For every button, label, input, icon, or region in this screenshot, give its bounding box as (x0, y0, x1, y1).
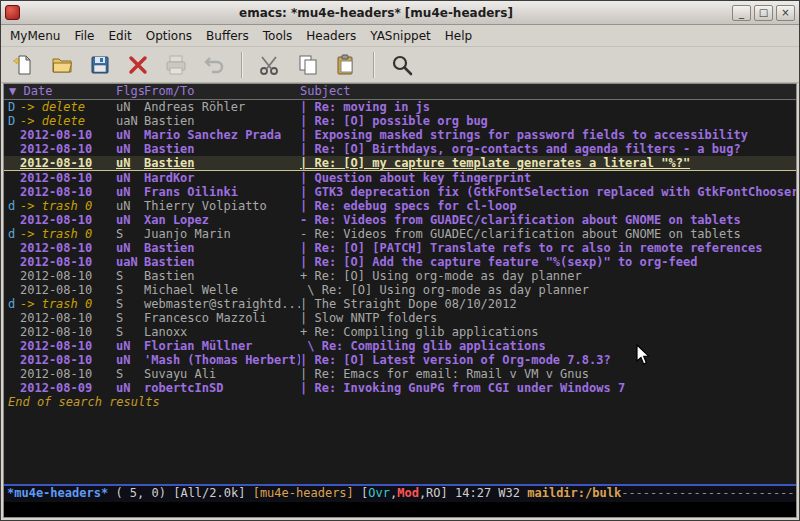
message-flags: S (114, 297, 141, 311)
message-from: Bastien (141, 114, 300, 128)
message-row[interactable]: 2012-08-10SLanoxx+ Re: Compiling glib ap… (4, 325, 796, 339)
mu4e-headers-buffer: ▼ Date Flgs From/To Subject D-> deleteuN… (3, 83, 797, 518)
message-from: Andreas Röhler (141, 100, 300, 114)
message-row[interactable]: 2012-08-09uNrobertcInSD| Re: Invoking Gn… (4, 381, 796, 395)
message-from: Frans Oilinki (141, 185, 300, 199)
message-mark (4, 367, 18, 381)
menu-edit[interactable]: Edit (102, 26, 139, 46)
minimize-button[interactable]: _ (732, 5, 751, 21)
message-from: Bastien (141, 269, 300, 283)
menu-file[interactable]: File (67, 26, 101, 46)
message-date: -> trash 0 (18, 199, 114, 213)
message-subject: | Re: moving in js (300, 100, 796, 114)
message-from: Michael Welle (141, 283, 300, 297)
modeline-segment-mode: [mu4e-headers] (253, 486, 354, 500)
message-flags: uN (114, 100, 141, 114)
message-flags: uaN (114, 114, 141, 128)
menu-buffers[interactable]: Buffers (199, 26, 256, 46)
titlebar[interactable]: emacs: *mu4e-headers* [mu4e-headers] _□× (1, 1, 799, 25)
message-from: Francesco Mazzoli (141, 311, 300, 325)
message-row[interactable]: 2012-08-10SFrancesco Mazzoli| Slow NNTP … (4, 311, 796, 325)
column-header-from[interactable]: From/To (141, 84, 300, 99)
message-flags: uN (114, 142, 141, 156)
message-row[interactable]: 2012-08-10uNFrans Oilinki| GTK3 deprecat… (4, 185, 796, 199)
message-row[interactable]: 2012-08-10uNXan Lopez- Re: Videos from G… (4, 213, 796, 227)
message-subject: | Slow NNTP folders (300, 311, 796, 325)
modeline-segment-plain: 14:27 W32 (455, 486, 527, 500)
menu-headers[interactable]: Headers (299, 26, 363, 46)
menu-tools[interactable]: Tools (256, 26, 300, 46)
message-row[interactable]: 2012-08-10uNHardKor| Question about key … (4, 171, 796, 185)
save-icon[interactable] (85, 51, 115, 79)
message-date: 2012-08-10 (18, 171, 114, 185)
message-row[interactable]: 2012-08-10uNMario Sanchez Prada| Exposin… (4, 128, 796, 142)
sort-indicator-icon: ▼ (9, 84, 23, 98)
search-icon[interactable] (387, 51, 417, 79)
new-file-icon[interactable] (9, 51, 39, 79)
cut-icon[interactable] (255, 51, 285, 79)
close-button[interactable]: × (776, 5, 795, 21)
menu-yasnippet[interactable]: YASnippet (363, 26, 438, 46)
message-date: 2012-08-10 (18, 311, 114, 325)
message-flags: S (114, 367, 141, 381)
message-subject: | Re: edebug specs for cl-loop (300, 199, 796, 213)
message-date: 2012-08-10 (18, 185, 114, 199)
message-from: Lanoxx (141, 325, 300, 339)
message-subject: \ Re: [O] Using org-mode as day planner (300, 283, 796, 297)
message-row[interactable]: 2012-08-10uaNBastien| Re: [O] Add the ca… (4, 255, 796, 269)
message-mark (4, 269, 18, 283)
message-mark: d (4, 297, 18, 311)
toolbar-separator (373, 52, 375, 78)
message-row[interactable]: d-> trash 0uNThierry Volpiatto| Re: edeb… (4, 199, 796, 213)
message-mark (4, 171, 18, 185)
message-row[interactable]: 2012-08-10uNBastien| Re: [O] my capture … (4, 156, 796, 171)
message-mark (4, 213, 18, 227)
copy-icon[interactable] (293, 51, 323, 79)
message-mark (4, 255, 18, 269)
window-buttons: _□× (732, 5, 795, 21)
message-flags: S (114, 283, 141, 297)
message-row[interactable]: d-> trash 0Swebmaster@straightd...| The … (4, 297, 796, 311)
message-row[interactable]: 2012-08-10uNBastien| Re: [O] Birthdays, … (4, 142, 796, 156)
column-header-subject[interactable]: Subject (300, 84, 796, 99)
modeline-segment-mod: Mod (397, 486, 419, 500)
minibuffer[interactable] (4, 502, 796, 517)
message-flags: S (114, 269, 141, 283)
message-from: Juanjo Marin (141, 227, 300, 241)
message-subject: | Re: Emacs for email: Rmail v VM v Gnus (300, 367, 796, 381)
message-from: HardKor (141, 171, 300, 185)
message-date: 2012-08-10 (18, 283, 114, 297)
mode-line[interactable]: *mu4e-headers* ( 5, 0) [All/2.0k] [mu4e-… (4, 484, 796, 502)
message-row[interactable]: 2012-08-10uN'Mash (Thomas Herbert)| Re: … (4, 353, 796, 367)
message-row[interactable]: 2012-08-10SSuvayu Ali| Re: Emacs for ema… (4, 367, 796, 381)
message-row[interactable]: 2012-08-10uNBastien| Re: [O] [PATCH] Tra… (4, 241, 796, 255)
print-icon (161, 51, 191, 79)
open-folder-icon[interactable] (47, 51, 77, 79)
message-row[interactable]: 2012-08-10SBastien+ Re: [O] Using org-mo… (4, 269, 796, 283)
column-header-date[interactable]: ▼ Date (4, 84, 114, 99)
close-icon[interactable] (123, 51, 153, 79)
message-date: 2012-08-10 (18, 269, 114, 283)
message-date: 2012-08-10 (18, 339, 114, 353)
message-flags: uN (114, 213, 141, 227)
message-subject: - Re: Videos from GUADEC/clarification a… (300, 213, 796, 227)
column-header-flags[interactable]: Flgs (114, 84, 141, 99)
message-date: -> delete (18, 114, 114, 128)
message-row[interactable]: D-> deleteuNAndreas Röhler| Re: moving i… (4, 100, 796, 114)
message-mark: D (4, 100, 18, 114)
paste-icon[interactable] (331, 51, 361, 79)
message-from: Thierry Volpiatto (141, 199, 300, 213)
message-row[interactable]: 2012-08-10SMichael Welle \ Re: [O] Using… (4, 283, 796, 297)
message-mark (4, 339, 18, 353)
menu-options[interactable]: Options (139, 26, 199, 46)
maximize-button[interactable]: □ (754, 5, 773, 21)
message-date: -> delete (18, 100, 114, 114)
message-row[interactable]: d-> trash 0SJuanjo Marin- Re: Videos fro… (4, 227, 796, 241)
message-flags: uN (114, 381, 141, 395)
menu-mymenu[interactable]: MyMenu (3, 26, 67, 46)
message-subject: | Re: [O] Add the capture feature "%(sex… (300, 255, 796, 269)
message-mark: d (4, 199, 18, 213)
message-row[interactable]: 2012-08-10uNFlorian Müllner \ Re: Compil… (4, 339, 796, 353)
menu-help[interactable]: Help (438, 26, 479, 46)
message-row[interactable]: D-> deleteuaNBastien| Re: [O] possible o… (4, 114, 796, 128)
